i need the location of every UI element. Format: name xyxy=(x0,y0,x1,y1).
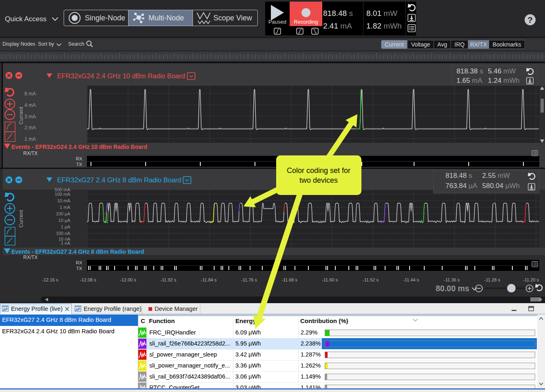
svg-text:Color coding set for: Color coding set for xyxy=(287,166,350,175)
svg-text:two devices: two devices xyxy=(299,176,338,184)
